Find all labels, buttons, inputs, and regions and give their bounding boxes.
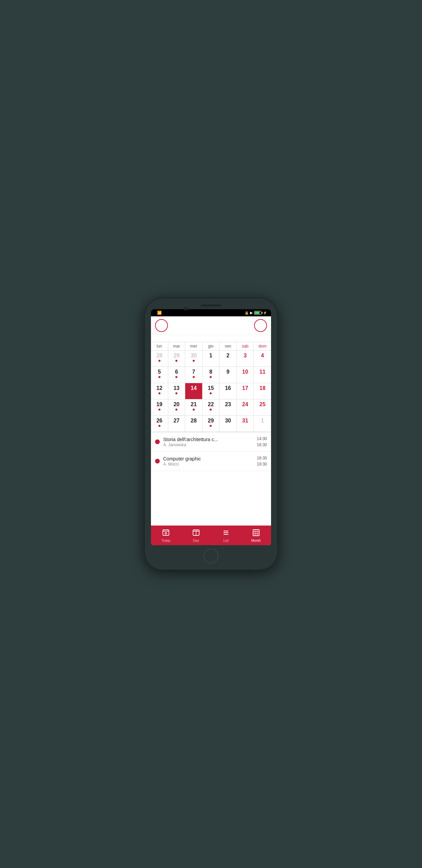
tab-today[interactable]: Today [151, 526, 181, 545]
cal-day[interactable]: 17 [237, 383, 254, 399]
cal-day[interactable]: 28 [185, 416, 203, 432]
cal-day[interactable]: 9 [219, 367, 237, 383]
wifi-icon: 📶 [157, 311, 162, 315]
logo-left[interactable] [155, 319, 168, 332]
svg-point-2 [165, 533, 167, 534]
cal-day[interactable]: 28 [151, 351, 168, 367]
events-section: Storia dell\'architettura c...A. Janowsk… [151, 432, 271, 471]
cal-day[interactable]: 23 [219, 399, 237, 416]
cal-day[interactable]: 18 [254, 383, 271, 399]
day-header-dom: dom [254, 342, 271, 350]
cal-day[interactable]: 11 [254, 367, 271, 383]
calendar-content: lunmarmergiovensabdom 282930123456789101… [151, 335, 271, 526]
lock-icon: 🔒 [245, 311, 249, 315]
cal-day[interactable]: 26 [151, 416, 168, 432]
day-header-mer: mer [185, 342, 203, 350]
tab-bar: Today Day List Month [151, 526, 271, 545]
cal-day[interactable]: 1 [254, 416, 271, 432]
app-header [151, 316, 271, 335]
event-title: Storia dell\'architettura c... [163, 437, 253, 442]
tab-label: List [223, 539, 229, 542]
cal-day[interactable]: 15 [203, 383, 220, 399]
status-right: 🔒 ▶ ⚡ [245, 311, 267, 315]
cal-day[interactable]: 25 [254, 399, 271, 416]
tab-month[interactable]: Month [241, 526, 271, 545]
cal-day[interactable]: 14 [185, 383, 203, 399]
home-button[interactable] [204, 549, 218, 564]
cal-day[interactable]: 21 [185, 399, 203, 416]
logo-right[interactable] [254, 319, 267, 332]
day-header-lun: lun [151, 342, 168, 350]
event-dot-indicator [158, 360, 160, 362]
event-person: A. Mocci [163, 462, 253, 467]
event-time: 16:30 19:30 [257, 455, 267, 467]
cal-day[interactable]: 5 [151, 367, 168, 383]
event-dot-indicator [175, 360, 177, 362]
cal-day[interactable]: 30 [219, 416, 237, 432]
cal-day[interactable]: 29 [203, 416, 220, 432]
next-month-button[interactable] [261, 338, 266, 340]
event-time: 14:30 16:30 [257, 436, 267, 448]
event-info: Storia dell\'architettura c...A. Janowsk… [163, 437, 253, 447]
event-item[interactable]: Computer graphicA. Mocci16:30 19:30 [151, 452, 271, 471]
event-dot-indicator [193, 409, 195, 411]
cal-day[interactable]: 4 [254, 351, 271, 367]
tab-list[interactable]: List [211, 526, 241, 545]
cal-day[interactable]: 27 [168, 416, 186, 432]
cal-day[interactable]: 31 [237, 416, 254, 432]
cal-day[interactable]: 16 [219, 383, 237, 399]
status-left: 📶 [155, 311, 162, 315]
tab-day[interactable]: Day [181, 526, 211, 545]
event-color-dot [155, 439, 160, 444]
event-dot-indicator [175, 409, 177, 411]
day-header-gio: gio [203, 342, 220, 350]
event-dot-indicator [210, 392, 212, 394]
event-dot-indicator [175, 376, 177, 378]
battery-indicator [254, 311, 262, 315]
event-dot-indicator [158, 376, 160, 378]
cal-day[interactable]: 24 [237, 399, 254, 416]
cal-day[interactable]: 6 [168, 367, 186, 383]
cal-day[interactable]: 13 [168, 383, 186, 399]
battery-fill [255, 312, 260, 314]
event-color-dot [155, 459, 160, 463]
event-dot-indicator [210, 376, 212, 378]
empty-space [151, 471, 271, 526]
month-nav [151, 335, 271, 342]
event-info: Computer graphicA. Mocci [163, 456, 253, 467]
prev-month-button[interactable] [156, 338, 161, 340]
event-dot-indicator [158, 392, 160, 394]
cal-day[interactable]: 20 [168, 399, 186, 416]
cal-day[interactable]: 3 [237, 351, 254, 367]
cal-day[interactable]: 30 [185, 351, 203, 367]
day-icon [192, 529, 200, 537]
month-icon [252, 529, 260, 537]
tab-label: Today [161, 539, 171, 542]
event-dot-indicator [193, 360, 195, 362]
battery-bolt: ⚡ [263, 311, 267, 315]
cal-day[interactable]: 29 [168, 351, 186, 367]
phone-frame: 📶 🔒 ▶ ⚡ [145, 298, 277, 570]
today-icon [162, 529, 170, 537]
event-dot-indicator [158, 425, 160, 427]
svg-rect-13 [253, 530, 259, 536]
cal-day[interactable]: 19 [151, 399, 168, 416]
event-dot-indicator [175, 392, 177, 394]
day-header-sab: sab [237, 342, 254, 350]
cal-day[interactable]: 1 [203, 351, 220, 367]
event-dot-indicator [210, 409, 212, 411]
event-item[interactable]: Storia dell\'architettura c...A. Janowsk… [151, 432, 271, 452]
day-header-ven: ven [219, 342, 237, 350]
cal-day[interactable]: 2 [219, 351, 237, 367]
cal-day[interactable]: 12 [151, 383, 168, 399]
cal-day[interactable]: 8 [203, 367, 220, 383]
event-dot-indicator [158, 409, 160, 411]
event-dot-indicator [210, 425, 212, 427]
tab-label: Month [251, 539, 261, 542]
cal-day[interactable]: 10 [237, 367, 254, 383]
cal-day[interactable]: 7 [185, 367, 203, 383]
camera [184, 307, 187, 311]
day-headers: lunmarmergiovensabdom [151, 342, 271, 351]
cal-day[interactable]: 22 [203, 399, 220, 416]
list-icon [222, 529, 230, 537]
